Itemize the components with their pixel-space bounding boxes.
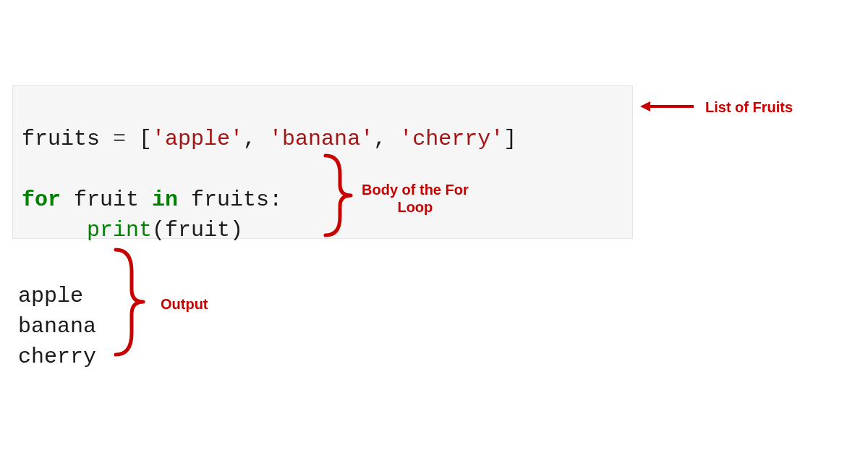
arrow-head-icon [640, 101, 650, 111]
tok-bracket-open: [ [139, 127, 152, 151]
output-line-1: apple [18, 284, 83, 308]
tok-kw-for: for [22, 187, 61, 212]
tok-kw-in: in [152, 187, 178, 212]
tok-var-fruits: fruits [22, 127, 100, 151]
tok-str-apple: 'apple' [152, 127, 243, 151]
code-line-3: for fruit in fruits: [22, 187, 282, 212]
tok-comma-1: , [243, 127, 269, 151]
tok-func-print: print [87, 218, 152, 242]
annotation-body-for-loop: Body of the For Loop [362, 181, 469, 216]
code-line-1: fruits = ['apple', 'banana', 'cherry'] [22, 127, 516, 151]
brace-body-icon [318, 152, 354, 239]
tok-paren-open: ( [152, 218, 165, 242]
code-line-4: print(fruit) [22, 218, 243, 242]
tok-comma-2: , [373, 127, 399, 151]
output-line-2: banana [18, 314, 96, 339]
annotation-output: Output [161, 295, 208, 313]
tok-colon: : [269, 187, 282, 212]
tok-paren-close: ) [230, 218, 243, 242]
annotation-list-of-fruits: List of Fruits [705, 98, 793, 116]
tok-str-banana: 'banana' [269, 127, 373, 151]
tok-var-fruits-seq: fruits [191, 187, 269, 212]
output-block: apple banana cherry [18, 250, 96, 372]
brace-output-icon [109, 246, 148, 358]
tok-bracket-close: ] [503, 127, 516, 151]
tok-op-eq: = [100, 127, 139, 151]
tok-var-fruit: fruit [74, 187, 139, 212]
tok-str-cherry: 'cherry' [399, 127, 503, 151]
arrow-line [650, 105, 694, 108]
output-line-3: cherry [18, 345, 96, 369]
tok-arg-fruit: fruit [165, 218, 230, 242]
